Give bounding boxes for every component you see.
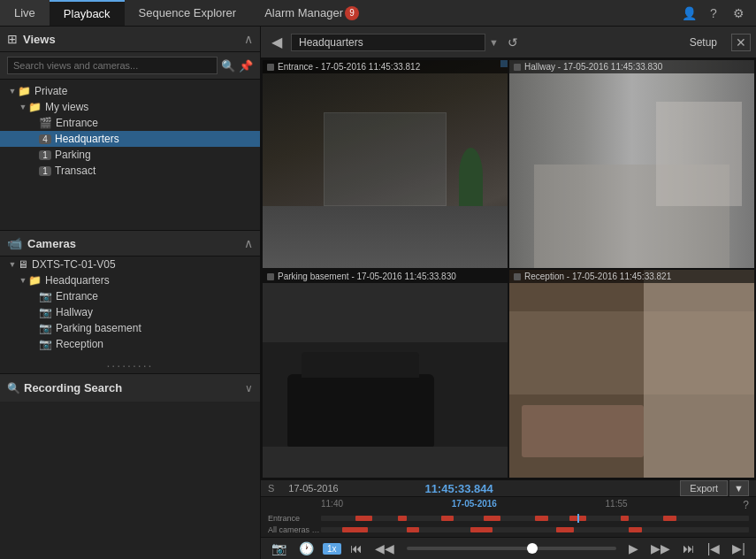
tree-item-headquarters[interactable]: ▶ 4 Headquarters (0, 131, 260, 147)
track-event (470, 527, 492, 532)
hq-badge: 4 (39, 134, 51, 144)
tree-item-cam-entrance[interactable]: ▶ 📷 Entrance (0, 288, 260, 304)
frame-back-button[interactable]: |◀ (704, 540, 724, 557)
tab-alarm-manager[interactable]: Alarm Manager 9 (250, 0, 373, 26)
tree-item-parking[interactable]: ▶ 1 Parking (0, 147, 260, 163)
parking-badge: 1 (39, 150, 51, 160)
recording-search-label: Recording Search (24, 381, 245, 394)
camera-label-parking: Parking basement - 17-05-2016 11:45:33.8… (263, 270, 508, 283)
skip-end-button[interactable]: ⏭ (679, 540, 699, 557)
view-name-input[interactable] (291, 34, 485, 51)
track-all-cameras-bar[interactable] (321, 527, 749, 532)
tree-label-parking: Parking (55, 149, 91, 161)
recording-search-expand-icon: ∨ (245, 382, 253, 394)
playback-controls: 📷 🕐 1x ⏮ ◀◀ ▶ ▶▶ ⏭ |◀ ▶| (261, 537, 756, 559)
clock-ctrl-icon[interactable]: 🕐 (295, 540, 317, 557)
track-entrance-label: Entrance (268, 514, 321, 523)
left-panel: ⊞ Views ∧ 🔍 📌 ▼ 📁 Private ▼ 📁 My views ▶ (0, 27, 261, 559)
view-back-button[interactable]: ◀ (266, 32, 287, 52)
track-event (441, 516, 454, 521)
pin-icon[interactable]: 📌 (239, 59, 253, 73)
camera-grid: Entrance - 17-05-2016 11:45:33.812 Hallw… (261, 58, 756, 479)
tree-item-server[interactable]: ▼ 🖥 DXTS-TC-01-V05 (0, 257, 260, 272)
camera-cell-parking[interactable]: Parking basement - 17-05-2016 11:45:33.8… (263, 270, 508, 478)
export-button[interactable]: Export (680, 480, 728, 496)
track-entrance-bar[interactable] (321, 516, 749, 521)
camera-label-hallway: Hallway - 17-05-2016 11:45:33.830 (509, 60, 754, 73)
camera-cell-entrance[interactable]: Entrance - 17-05-2016 11:45:33.812 (263, 60, 508, 268)
camera-status-dot (267, 64, 274, 71)
cameras-collapse-icon[interactable]: ∧ (244, 236, 253, 250)
profile-icon[interactable]: 👤 (680, 4, 698, 22)
tree-label-transact: Transact (55, 165, 95, 177)
timeline-start-time: S (268, 483, 274, 494)
camera-section-icon: 📹 (7, 236, 22, 250)
hallway-visual (509, 60, 754, 268)
tab-live[interactable]: Live (0, 0, 50, 26)
recording-search[interactable]: 🔍 Recording Search ∨ (0, 373, 260, 402)
tree-item-cam-parking[interactable]: ▶ 📷 Parking basement (0, 320, 260, 336)
skip-back-button[interactable]: ⏮ (347, 540, 366, 557)
views-section-header[interactable]: ⊞ Views ∧ (0, 27, 260, 52)
timeline-header: S 17-05-2016 11:45:33.844 Export ▼ (261, 480, 756, 497)
tree-label-private: Private (34, 85, 67, 97)
cameras-section: 📹 Cameras ∧ ▼ 🖥 DXTS-TC-01-V05 ▼ 📁 Headq… (0, 230, 260, 373)
tree-item-transact[interactable]: ▶ 1 Transact (0, 163, 260, 179)
transact-badge: 1 (39, 166, 51, 176)
views-tree: ▼ 📁 Private ▼ 📁 My views ▶ 🎬 Entrance ▶ … (0, 80, 260, 230)
tab-sequence-explorer[interactable]: Sequence Explorer (125, 0, 251, 26)
track-event (484, 516, 500, 521)
cameras-section-header[interactable]: 📹 Cameras ∧ (0, 231, 260, 257)
cameras-title: Cameras (27, 237, 244, 250)
camera-cell-hallway[interactable]: Hallway - 17-05-2016 11:45:33.830 (509, 60, 754, 268)
tab-playback[interactable]: Playback (50, 0, 125, 26)
close-view-button[interactable]: ✕ (731, 34, 751, 51)
cam-reception-icon: 📷 (39, 338, 52, 350)
speed-display[interactable]: 1x (323, 543, 341, 555)
frame-forward-button[interactable]: ▶| (729, 540, 749, 557)
camera-ctrl-icon[interactable]: 📷 (268, 540, 290, 557)
tree-item-hq-folder[interactable]: ▼ 📁 Headquarters (0, 272, 260, 288)
recording-search-icon: 🔍 (7, 382, 20, 394)
track-all-cameras: All cameras in view (268, 525, 749, 535)
cam-hallway-icon: 📷 (39, 306, 52, 318)
setup-button[interactable]: Setup (683, 34, 724, 50)
view-refresh-button[interactable]: ↺ (502, 34, 523, 51)
tree-label-headquarters: Headquarters (55, 133, 119, 145)
search-input[interactable] (7, 57, 218, 74)
export-dropdown-button[interactable]: ▼ (729, 480, 749, 496)
tree-label-server: DXTS-TC-01-V05 (32, 258, 116, 271)
tree-item-entrance[interactable]: ▶ 🎬 Entrance (0, 115, 260, 131)
cam-entrance-icon: 📷 (39, 290, 52, 302)
timeline-cursor-line (577, 514, 579, 523)
play-button[interactable]: ▶ (625, 540, 642, 557)
settings-icon[interactable]: ⚙ (729, 4, 747, 22)
grid-icon: ⊞ (7, 32, 18, 46)
tree-item-my-views[interactable]: ▼ 📁 My views (0, 99, 260, 115)
help-timeline-icon[interactable]: ? (743, 499, 749, 511)
fast-forward-button[interactable]: ▶▶ (647, 540, 674, 557)
help-icon[interactable]: ? (705, 4, 722, 22)
track-all-cameras-label: All cameras in view (268, 525, 321, 534)
views-title: Views (23, 33, 244, 46)
tree-label-cam-reception: Reception (56, 338, 103, 350)
view-dropdown-icon[interactable]: ▼ (489, 37, 499, 48)
search-icon[interactable]: 🔍 (221, 59, 235, 73)
folder-private-icon: 📁 (18, 85, 31, 97)
camera-status-dot (514, 64, 521, 71)
rewind-button[interactable]: ◀◀ (371, 540, 398, 557)
tree-item-private[interactable]: ▼ 📁 Private (0, 83, 260, 99)
views-collapse-icon[interactable]: ∧ (244, 32, 253, 46)
track-event (556, 527, 573, 532)
alarm-badge: 9 (345, 6, 359, 20)
tree-item-cam-reception[interactable]: ▶ 📷 Reception (0, 336, 260, 352)
reception-visual (509, 270, 754, 478)
progress-slider[interactable] (407, 547, 616, 550)
camera-label-entrance: Entrance - 17-05-2016 11:45:33.812 (263, 60, 508, 73)
timeline-current-time: 11:45:33.844 (424, 482, 493, 495)
camera-cell-reception[interactable]: Reception - 17-05-2016 11:45:33.821 (509, 270, 754, 478)
tree-item-cam-hallway[interactable]: ▶ 📷 Hallway (0, 304, 260, 320)
track-event (663, 516, 676, 521)
track-event (629, 527, 642, 532)
tree-label-cam-parking: Parking basement (56, 322, 141, 334)
